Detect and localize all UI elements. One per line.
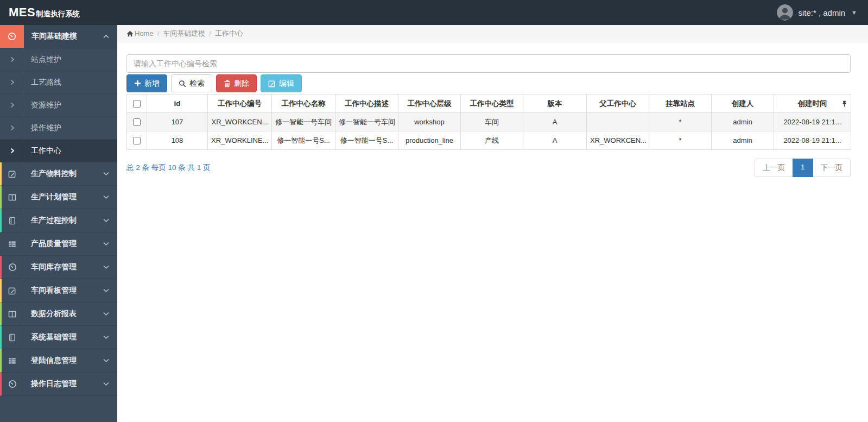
- table-cell: 产线: [461, 131, 523, 150]
- search-button[interactable]: 检索: [171, 74, 212, 92]
- sidebar-group-7[interactable]: 生产计划管理: [0, 186, 117, 209]
- table-cell: 修一智能一号S...: [272, 131, 335, 150]
- chevron-right-icon: [2, 140, 23, 162]
- sidebar-group-label: 系统基础管理: [23, 326, 103, 349]
- sidebar-item-label: 站点维护: [23, 48, 117, 71]
- sidebar-group-10[interactable]: 车间库存管理: [0, 256, 117, 279]
- chevron-down-icon: [103, 326, 117, 349]
- column-header: 创建时间: [774, 95, 851, 113]
- delete-button-label: 删除: [234, 79, 249, 89]
- column-header: 工作中心类型: [461, 95, 523, 113]
- breadcrumb-item-parent[interactable]: 车间基础建模: [163, 29, 205, 39]
- sidebar-item-3[interactable]: 资源维护: [0, 94, 117, 117]
- gauge-icon: [2, 256, 23, 279]
- breadcrumb-home[interactable]: Home: [135, 29, 154, 37]
- chevron-down-icon: [103, 279, 117, 302]
- app-window: MES 制造执行系统 site:* , admin ▼ 车间基础建模站点维护工艺…: [0, 0, 868, 422]
- table-footer: 总 2 条 每页 10 条 共 1 页 上一页 1 下一页: [126, 159, 851, 177]
- sidebar-group-11[interactable]: 车间看板管理: [0, 279, 117, 303]
- search-input[interactable]: [126, 54, 851, 73]
- sidebar-item-1[interactable]: 站点维护: [0, 48, 117, 71]
- sidebar-group-12[interactable]: 数据分析报表: [0, 303, 117, 326]
- column-header-label: 工作中心编号: [218, 99, 262, 108]
- chevron-right-icon: [2, 117, 23, 139]
- plus-icon: [134, 80, 141, 87]
- sidebar-group-label: 操作日志管理: [23, 373, 103, 395]
- chevron-right-icon: [2, 94, 23, 116]
- table-container: id工作中心编号工作中心名称工作中心描述工作中心层级工作中心类型版本父工作中心挂…: [126, 94, 851, 150]
- sidebar-group-label: 登陆信息管理: [23, 349, 103, 372]
- work-center-table: id工作中心编号工作中心名称工作中心描述工作中心层级工作中心类型版本父工作中心挂…: [126, 94, 851, 150]
- chevron-down-icon: [103, 232, 117, 255]
- chevron-down-icon: [103, 162, 117, 185]
- sidebar-group-label: 生产计划管理: [23, 186, 103, 209]
- sidebar-group-15[interactable]: 操作日志管理: [0, 373, 117, 396]
- table-cell: [587, 113, 649, 131]
- edit-icon: [268, 80, 276, 87]
- sidebar-group-13[interactable]: 系统基础管理: [0, 326, 117, 349]
- table-cell: *: [649, 131, 712, 150]
- brand-logo[interactable]: MES 制造执行系统: [9, 5, 80, 20]
- edit-button[interactable]: 编辑: [261, 74, 302, 92]
- row-checkbox[interactable]: [133, 137, 141, 144]
- table-cell: A: [523, 113, 587, 131]
- sidebar-group-9[interactable]: 产品质量管理: [0, 232, 117, 256]
- edit-icon: [2, 162, 23, 185]
- column-header-label: 工作中心层级: [408, 99, 452, 108]
- column-header: 工作中心编号: [208, 95, 272, 113]
- search-icon: [179, 80, 186, 87]
- pagination-prev[interactable]: 上一页: [755, 159, 793, 177]
- columns-icon: [2, 186, 23, 209]
- pagination-next[interactable]: 下一页: [813, 159, 851, 177]
- column-header: 工作中心名称: [272, 95, 335, 113]
- column-header: 工作中心描述: [335, 95, 398, 113]
- sidebar-group-14[interactable]: 登陆信息管理: [0, 349, 117, 373]
- table-cell: A: [523, 131, 587, 150]
- column-header-label: 工作中心类型: [470, 99, 514, 108]
- pagination-page-1[interactable]: 1: [793, 159, 813, 177]
- table-cell: production_line: [398, 131, 461, 150]
- sidebar: 车间基础建模站点维护工艺路线资源维护操作维护工作中心生产物料控制生产计划管理生产…: [0, 25, 117, 422]
- table-cell: 修一智能一号车间: [272, 113, 335, 131]
- column-header-label: 创建人: [732, 99, 754, 108]
- table-cell: 修一智能一号车间: [335, 113, 398, 131]
- sidebar-item-5[interactable]: 工作中心: [0, 140, 117, 162]
- sidebar-group-6[interactable]: 生产物料控制: [0, 162, 117, 186]
- sidebar-item-4[interactable]: 操作维护: [0, 117, 117, 140]
- sidebar-group-label: 数据分析报表: [23, 303, 103, 325]
- search-button-label: 检索: [189, 79, 205, 89]
- book-icon: [2, 326, 23, 349]
- brand-logo-secondary: 制造执行系统: [36, 9, 80, 19]
- list-icon: [2, 349, 23, 372]
- table-row[interactable]: 108XR_WORKLINE...修一智能一号S...修一智能一号S...pro…: [127, 131, 851, 150]
- table-cell: XR_WORKCEN...: [587, 131, 649, 150]
- column-header-label: id: [174, 99, 181, 108]
- pin-icon[interactable]: [841, 100, 847, 107]
- main-area: Home / 车间基础建模 / 工作中心 新增 检索 删除: [117, 25, 868, 422]
- table-cell: XR_WORKCEN...: [208, 113, 272, 131]
- row-checkbox[interactable]: [133, 118, 141, 126]
- add-button[interactable]: 新增: [126, 74, 167, 92]
- sidebar-group-label: 生产物料控制: [23, 162, 103, 185]
- book-icon: [2, 209, 23, 232]
- chevron-right-icon: [2, 48, 23, 71]
- sidebar-group-8[interactable]: 生产过程控制: [0, 209, 117, 232]
- breadcrumb: Home / 车间基础建模 / 工作中心: [117, 25, 868, 42]
- columns-icon: [2, 303, 23, 325]
- content-panel: 新增 检索 删除 编辑 id工作中心编号工作中心名称工作中心描述工作中心层级工作…: [117, 42, 868, 177]
- user-label: site:* , admin: [798, 8, 845, 17]
- table-cell: 2022-08-19 21:1...: [774, 113, 851, 131]
- chevron-down-icon: [103, 349, 117, 372]
- table-row[interactable]: 107XR_WORKCEN...修一智能一号车间修一智能一号车间workshop…: [127, 113, 851, 131]
- column-header-label: 版本: [548, 99, 562, 108]
- select-all-checkbox[interactable]: [133, 100, 141, 108]
- home-icon: [126, 30, 134, 37]
- delete-button[interactable]: 删除: [216, 74, 257, 92]
- table-cell: admin: [712, 131, 774, 150]
- chevron-up-icon: [103, 25, 117, 48]
- sidebar-group-0[interactable]: 车间基础建模: [0, 25, 117, 48]
- sidebar-item-2[interactable]: 工艺路线: [0, 71, 117, 94]
- column-header: 创建人: [712, 95, 774, 113]
- table-cell: 修一智能一号S...: [335, 131, 398, 150]
- user-menu[interactable]: site:* , admin ▼: [777, 4, 857, 21]
